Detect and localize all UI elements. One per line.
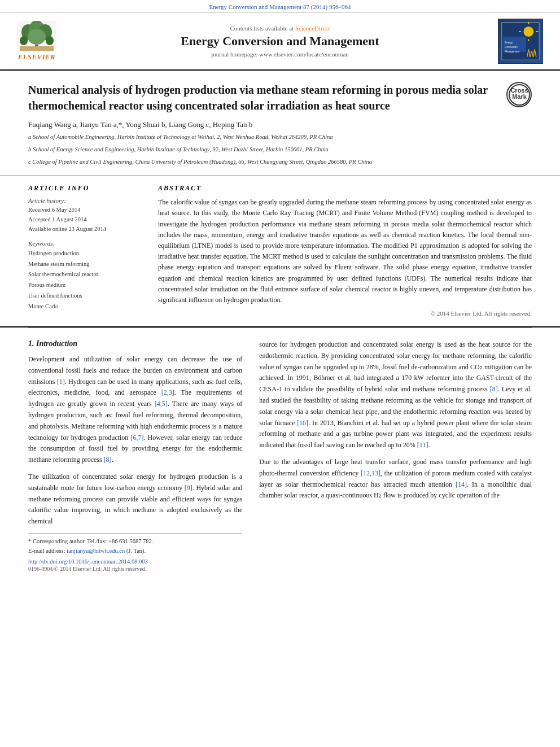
- svg-point-11: [523, 27, 533, 37]
- abstract-panel: ABSTRACT The calorific value of syngas c…: [158, 184, 532, 318]
- main-content-area: 1. Introduction Development and utilizat…: [0, 328, 560, 583]
- article-info-panel: ARTICLE INFO Article history: Received 6…: [28, 184, 141, 318]
- article-info-heading: ARTICLE INFO: [28, 184, 141, 193]
- journal-icon-area: Energy Conversion Management: [498, 19, 549, 64]
- ref-9: [9]: [185, 484, 193, 492]
- history-label: Article history:: [28, 197, 141, 204]
- abstract-heading: ABSTRACT: [158, 184, 532, 193]
- ref-14: [14]: [456, 480, 467, 488]
- journal-reference-text: Energy Conversion and Management 87 (201…: [209, 3, 351, 10]
- introduction-heading: 1. Introduction: [28, 339, 242, 348]
- keyword-3: Solar thermochemical reactor: [28, 269, 141, 280]
- elsevier-brand-text: ELSEVIER: [18, 53, 56, 62]
- keyword-1: Hydrogen production: [28, 248, 141, 259]
- right-paragraph-2: Due to the advantages of large heat tran…: [259, 457, 532, 501]
- available-date: Available online 23 August 2014: [28, 225, 141, 234]
- svg-text:Mark: Mark: [512, 93, 527, 100]
- keywords-label: Keywords:: [28, 240, 141, 247]
- doi-link[interactable]: http://dx.doi.org/10.1016/j.enconman.201…: [28, 558, 242, 565]
- ref-2-3: [2,3]: [161, 388, 174, 396]
- ref-8-b: [8]: [490, 385, 498, 393]
- ref-6-7: [6,7]: [130, 434, 143, 442]
- crossmark-icon: Cross Mark: [506, 82, 532, 107]
- crossmark-svg: Cross Mark: [508, 84, 531, 106]
- keyword-2: Methane steam reforming: [28, 259, 141, 270]
- abstract-text: The calorific value of syngas can be gre…: [158, 197, 532, 305]
- svg-text:Conversion: Conversion: [505, 46, 518, 49]
- right-paragraph-1: source for hydrogen production and conce…: [259, 339, 532, 451]
- contents-available-line: Contents lists available at ScienceDirec…: [68, 25, 492, 32]
- copyright-line: © 2014 Elsevier Ltd. All rights reserved…: [158, 310, 532, 317]
- ref-11: [11]: [417, 441, 428, 449]
- email-note: E-mail address: tanjianyu@hitwh.edu.cn (…: [28, 547, 242, 556]
- affiliation-b: b School of Energy Science and Engineeri…: [28, 145, 501, 154]
- right-column: source for hydrogen production and conce…: [259, 339, 532, 572]
- journal-header: ELSEVIER Contents lists available at Sci…: [0, 13, 560, 71]
- email-name: (J. Tan).: [126, 548, 146, 554]
- authors-line: Fuqiang Wang a, Jianyu Tan a,*, Yong Shu…: [28, 120, 501, 129]
- sciencedirect-link[interactable]: ScienceDirect: [295, 25, 330, 32]
- elsevier-logo: ELSEVIER: [11, 21, 62, 62]
- ref-1: [1]: [57, 378, 65, 386]
- journal-reference-bar: Energy Conversion and Management 87 (201…: [0, 0, 560, 13]
- ref-10: [10]: [297, 419, 308, 427]
- keywords-block: Keywords: Hydrogen production Methane st…: [28, 240, 141, 312]
- keyword-6: Monte Carlo: [28, 302, 141, 312]
- email-link[interactable]: tanjianyu@hitwh.edu.cn: [67, 548, 125, 554]
- keywords-list: Hydrogen production Methane steam reform…: [28, 248, 141, 312]
- issn-copyright: 0196-8904/© 2014 Elsevier Ltd. All right…: [28, 566, 242, 572]
- affiliation-c: c College of Pipeline and Civil Engineer…: [28, 158, 501, 167]
- keyword-4: Porous medium: [28, 280, 141, 291]
- email-label: E-mail address:: [28, 548, 67, 554]
- received-date: Received 6 May 2014: [28, 206, 141, 215]
- svg-rect-6: [20, 46, 54, 51]
- svg-rect-16: [503, 37, 526, 52]
- journal-cover-svg: Energy Conversion Management: [501, 19, 540, 63]
- info-abstract-section: ARTICLE INFO Article history: Received 6…: [0, 176, 560, 327]
- affiliation-a: a School of Automobile Engineering, Harb…: [28, 133, 501, 142]
- footnote-section: * Corresponding author. Tel./fax: +86 63…: [28, 533, 242, 572]
- ref-8-a: [8]: [104, 456, 112, 464]
- svg-text:Management: Management: [505, 50, 520, 53]
- svg-point-7: [20, 36, 28, 45]
- svg-text:Energy: Energy: [505, 41, 513, 44]
- ref-12-13: [12,13]: [361, 469, 380, 477]
- accepted-date: Accepted 1 August 2014: [28, 215, 141, 225]
- journal-title: Energy Conversion and Management: [68, 34, 492, 49]
- elsevier-tree-icon: [17, 21, 56, 52]
- article-title-section: Numerical analysis of hydrogen productio…: [0, 71, 560, 176]
- left-column: 1. Introduction Development and utilizat…: [28, 339, 242, 572]
- corresponding-author-note: * Corresponding author. Tel./fax: +86 63…: [28, 537, 242, 547]
- header-center: Contents lists available at ScienceDirec…: [68, 25, 492, 58]
- keyword-5: User defined functions: [28, 291, 141, 302]
- svg-point-8: [46, 36, 54, 45]
- intro-paragraph-2: The utilization of concentrated solar en…: [28, 471, 242, 527]
- intro-paragraph-1: Development and utilization of solar ene…: [28, 354, 242, 466]
- article-title: Numerical analysis of hydrogen productio…: [28, 82, 491, 113]
- homepage-line: journal homepage: www.elsevier.com/locat…: [68, 51, 492, 58]
- ref-4-5: [4,5]: [155, 400, 168, 408]
- journal-cover-icon: Energy Conversion Management: [498, 19, 543, 64]
- crossmark-badge: Cross Mark: [506, 82, 532, 107]
- article-history-block: Article history: Received 6 May 2014 Acc…: [28, 197, 141, 234]
- svg-point-4: [28, 29, 46, 45]
